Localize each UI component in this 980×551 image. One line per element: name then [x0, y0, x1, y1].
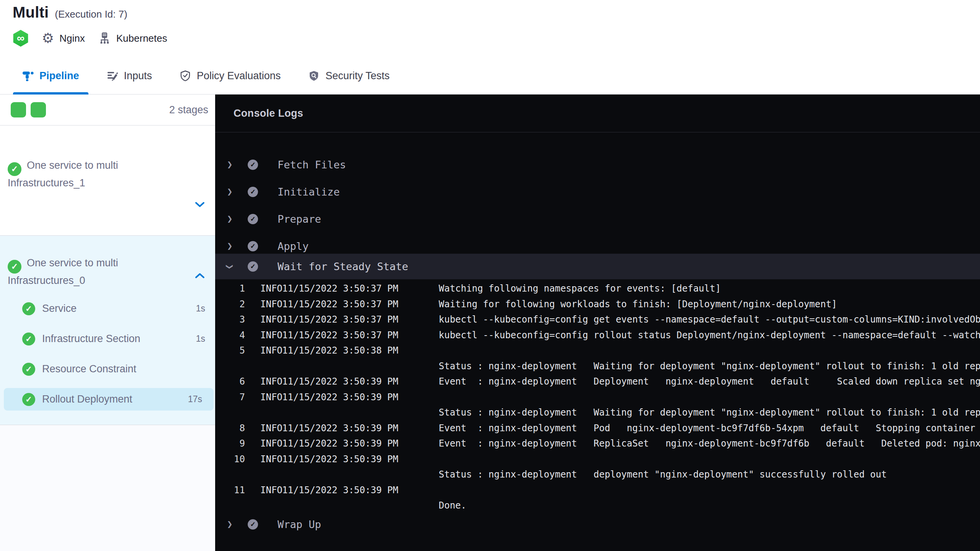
chevron-right-icon[interactable]: ❯ — [225, 520, 234, 528]
log-timestamp: 11/15/2022 3:50:37 PM — [282, 328, 398, 343]
log-line: 11INFO11/15/2022 3:50:39 PM — [215, 483, 980, 498]
console-step-label: Wait for Steady State — [278, 261, 408, 272]
log-timestamp: 11/15/2022 3:50:37 PM — [282, 281, 398, 297]
chevron-down-icon[interactable] — [194, 201, 205, 208]
stage-name: ✓One service to multi Infrastructures_1 — [8, 158, 188, 190]
stage-count: 2 stages — [169, 104, 208, 116]
security-shield-icon — [308, 70, 320, 82]
service-label: Nginx — [59, 33, 85, 44]
environment-chip-kubernetes[interactable]: Kubernetes — [98, 32, 167, 45]
log-level: INFO — [260, 312, 283, 328]
console-step-label: Prepare — [278, 213, 321, 225]
log-message: Done. — [439, 498, 466, 514]
chevron-up-icon[interactable] — [194, 272, 205, 279]
log-line: Status : nginx-deployment deployment "ng… — [215, 467, 980, 483]
console-step-row[interactable]: ❯✓Wrap Up — [215, 515, 980, 533]
tab-inputs[interactable]: Inputs — [93, 57, 166, 94]
step-label: Service — [42, 303, 77, 315]
console-step-row[interactable]: ❯✓Prepare — [215, 210, 980, 228]
log-line: 2INFO11/15/2022 3:50:37 PMWaiting for fo… — [215, 297, 980, 312]
log-timestamp: 11/15/2022 3:50:39 PM — [282, 452, 398, 467]
log-message: Status : nginx-deployment deployment "ng… — [439, 467, 887, 483]
log-level: INFO — [260, 421, 283, 436]
step-success-icon: ✓ — [248, 187, 258, 197]
success-check-icon: ✓ — [8, 162, 21, 176]
console-step-row[interactable]: ❯✓Wait for Steady State — [215, 254, 980, 279]
log-line: 7INFO11/15/2022 3:50:39 PM — [215, 390, 980, 405]
tab-pipeline[interactable]: Pipeline — [8, 57, 93, 94]
log-level: INFO — [260, 436, 283, 452]
log-line: 8INFO11/15/2022 3:50:39 PMEvent : nginx-… — [215, 421, 980, 436]
tab-label: Policy Evaluations — [197, 70, 281, 82]
log-message: kubectl --kubeconfig=config get events -… — [439, 312, 980, 328]
log-line-number: 4 — [215, 328, 245, 343]
log-timestamp: 11/15/2022 3:50:39 PM — [282, 436, 398, 452]
stage-status-square — [11, 102, 26, 117]
log-line-number: 1 — [215, 281, 245, 297]
log-line: Done. — [215, 498, 980, 514]
chevron-right-icon[interactable]: ❯ — [225, 242, 234, 250]
log-level: INFO — [260, 452, 283, 467]
step-success-icon: ✓ — [248, 160, 258, 170]
log-timestamp: 11/15/2022 3:50:37 PM — [282, 297, 398, 312]
pipeline-step-row-content: ✓Infrastructure Section1s — [22, 333, 207, 346]
stage-name: ✓One service to multi Infrastructures_0 — [8, 236, 188, 287]
log-line-number: 11 — [215, 483, 245, 498]
pipeline-step-row-content: ✓Rollout Deployment17s — [22, 393, 207, 406]
log-timestamp: 11/15/2022 3:50:39 PM — [282, 374, 398, 390]
log-line-number: 6 — [215, 374, 245, 390]
pipeline-step-row[interactable]: ✓Infrastructure Section1s — [0, 324, 215, 354]
console-title: Console Logs — [234, 108, 303, 119]
console-header: Console Logs — [215, 95, 980, 132]
stage-card-infrastructures-1[interactable]: ✓One service to multi Infrastructures_1 — [0, 158, 215, 236]
stage-card-infrastructures-0[interactable]: ✓One service to multi Infrastructures_0 — [0, 236, 215, 287]
service-chip-nginx[interactable]: ⚙ Nginx — [42, 31, 85, 45]
console-step-row[interactable]: ❯✓Apply — [215, 237, 980, 255]
step-label: Rollout Deployment — [42, 393, 132, 405]
success-check-icon: ✓ — [22, 333, 35, 346]
log-level: INFO — [260, 483, 283, 498]
chevron-right-icon[interactable]: ❯ — [225, 215, 234, 223]
step-label: Resource Constraint — [42, 363, 136, 375]
log-message: Event : nginx-deployment Deployment ngin… — [439, 374, 980, 390]
pipeline-step-row[interactable]: ✓Service1s — [0, 293, 215, 324]
page-title: Multi — [13, 4, 49, 21]
policy-shield-icon — [180, 70, 191, 82]
pipeline-meta-row: ∞ ⚙ Nginx — [13, 30, 167, 47]
log-level: INFO — [260, 297, 283, 312]
pipeline-step-row[interactable]: ✓Resource Constraint — [0, 354, 215, 384]
log-level: INFO — [260, 343, 283, 359]
console-step-row[interactable]: ❯✓Fetch Files — [215, 155, 980, 174]
log-line: 3INFO11/15/2022 3:50:37 PMkubectl --kube… — [215, 312, 980, 328]
log-message: Event : nginx-deployment ReplicaSet ngin… — [439, 436, 980, 452]
stage-status-squares — [11, 102, 46, 117]
log-timestamp: 11/15/2022 3:50:39 PM — [282, 421, 398, 436]
gear-icon: ⚙ — [42, 31, 54, 45]
success-check-icon: ✓ — [22, 363, 35, 376]
console-step-row[interactable]: ❯✓Initialize — [215, 183, 980, 201]
log-line: 10INFO11/15/2022 3:50:39 PM — [215, 452, 980, 467]
log-line: 6INFO11/15/2022 3:50:39 PMEvent : nginx-… — [215, 374, 980, 390]
success-check-icon: ✓ — [22, 302, 35, 315]
tab-policy-evaluations[interactable]: Policy Evaluations — [166, 57, 294, 94]
log-message: kubectl --kubeconfig=config rollout stat… — [439, 328, 980, 343]
chevron-right-icon[interactable]: ❯ — [225, 160, 234, 169]
log-message: Watching following namespaces for events… — [439, 281, 721, 297]
log-timestamp: 11/15/2022 3:50:38 PM — [282, 343, 398, 359]
tab-security-tests[interactable]: Security Tests — [294, 57, 403, 94]
log-level: INFO — [260, 281, 283, 297]
pipeline-icon — [22, 70, 34, 82]
pipeline-step-row[interactable]: ✓Rollout Deployment17s — [0, 384, 215, 414]
log-message: Status : nginx-deployment Waiting for de… — [439, 405, 980, 421]
chevron-down-icon[interactable]: ❯ — [225, 262, 234, 271]
step-duration: 17s — [188, 394, 207, 404]
step-success-icon: ✓ — [248, 241, 258, 251]
log-level: INFO — [260, 390, 283, 405]
log-line-number: 7 — [215, 390, 245, 405]
chevron-right-icon[interactable]: ❯ — [225, 187, 234, 196]
stage-status-square — [31, 102, 46, 117]
console-step-label: Fetch Files — [278, 159, 346, 171]
console-panel: ❯✓Fetch Files❯✓Initialize❯✓Prepare❯✓Appl… — [215, 95, 980, 551]
sidebar-empty-area — [0, 425, 215, 551]
stage-steps-list: ✓Service1s✓Infrastructure Section1s✓Reso… — [0, 293, 215, 414]
